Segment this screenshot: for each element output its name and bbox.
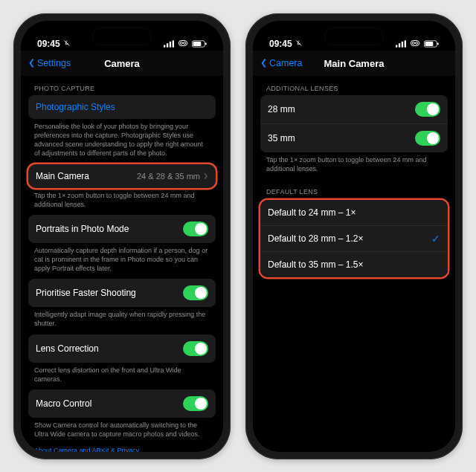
svg-rect-9 — [205, 42, 207, 45]
svg-rect-1 — [167, 43, 168, 47]
svg-rect-2 — [170, 42, 171, 48]
cell-detail: 24 & 28 & 35 mm — [137, 172, 200, 181]
silent-icon — [63, 39, 71, 49]
cell-main-camera[interactable]: Main Camera 24 & 28 & 35 mm — [28, 164, 216, 188]
vpn-icon — [410, 39, 420, 49]
svg-rect-11 — [399, 43, 400, 47]
cell-label: Portraits in Photo Mode — [36, 224, 129, 234]
footer-additional: Tap the 1× zoom button to toggle between… — [260, 152, 448, 179]
nav-bar: Settings Camera — [21, 51, 223, 76]
status-time: 09:45 — [37, 39, 60, 49]
nav-title: Camera — [104, 58, 140, 69]
cell-label: Main Camera — [36, 171, 89, 181]
default-option-28mm[interactable]: Default to 28 mm – 1.2× ✓ — [260, 226, 448, 252]
svg-point-5 — [180, 42, 182, 44]
default-option-24mm[interactable]: Default to 24 mm – 1× ✓ — [260, 200, 448, 226]
svg-rect-8 — [193, 42, 202, 46]
battery-icon — [424, 40, 439, 48]
nav-back-button[interactable]: Settings — [28, 51, 71, 76]
nav-title: Main Camera — [324, 58, 385, 69]
cell-portraits[interactable]: Portraits in Photo Mode — [28, 215, 216, 243]
svg-rect-12 — [402, 42, 403, 48]
content-area: ADDITIONAL LENSES 28 mm 35 mm Tap the 1×… — [253, 76, 455, 452]
nav-bar: Camera Main Camera — [253, 51, 455, 76]
footer-macro: Show Camera control for automatically sw… — [28, 418, 216, 444]
svg-rect-3 — [173, 40, 174, 47]
svg-rect-13 — [405, 40, 406, 47]
cell-label: Default to 28 mm – 1.2× — [268, 233, 363, 244]
battery-icon — [192, 40, 207, 48]
dynamic-island — [93, 28, 151, 45]
about-privacy-link[interactable]: About Camera and ARKit & Privacy… — [28, 444, 216, 452]
cell-label: Default to 24 mm – 1× — [268, 207, 356, 218]
nav-back-button[interactable]: Camera — [260, 51, 302, 76]
svg-rect-18 — [425, 42, 434, 46]
toggle-portraits[interactable] — [183, 222, 208, 236]
cellular-icon — [396, 40, 406, 48]
toggle-prioritise[interactable] — [183, 285, 208, 300]
cell-label: Macro Control — [36, 398, 91, 409]
screen-2: 09:45 Camera Ma — [253, 21, 455, 452]
row-35mm[interactable]: 35 mm — [260, 124, 448, 152]
cell-label: 35 mm — [268, 133, 295, 143]
vpn-icon — [178, 39, 188, 49]
svg-point-16 — [416, 42, 418, 44]
footer-portraits: Automatically capture depth information … — [28, 243, 216, 279]
cell-photographic-styles[interactable]: Photographic Styles — [28, 95, 216, 119]
cell-label: Default to 35 mm – 1.5× — [268, 259, 363, 270]
status-time: 09:45 — [269, 39, 292, 49]
nav-back-label: Settings — [37, 58, 71, 68]
phone-frame-1: 09:45 Settings — [13, 13, 231, 459]
section-label-default: DEFAULT LENS — [260, 179, 448, 198]
svg-rect-19 — [437, 42, 439, 45]
chevron-right-icon — [203, 172, 208, 180]
screen-1: 09:45 Settings — [21, 21, 223, 452]
silent-icon — [295, 39, 303, 49]
cell-lens-correction[interactable]: Lens Correction — [28, 334, 216, 363]
cellular-icon — [164, 40, 174, 48]
toggle-lens-correction[interactable] — [183, 341, 208, 356]
section-label-photo-capture: PHOTO CAPTURE — [28, 76, 216, 95]
row-28mm[interactable]: 28 mm — [260, 95, 448, 124]
cell-label: 28 mm — [268, 104, 295, 114]
default-lens-group: Default to 24 mm – 1× ✓ Default to 28 mm… — [260, 200, 448, 277]
cell-macro[interactable]: Macro Control — [28, 389, 216, 418]
svg-rect-0 — [164, 45, 165, 48]
toggle-macro[interactable] — [183, 396, 208, 411]
checkmark-icon: ✓ — [431, 233, 440, 245]
cell-label: Prioritise Faster Shooting — [36, 288, 136, 298]
section-label-additional: ADDITIONAL LENSES — [260, 76, 448, 95]
footer-main-camera: Tap the 1× zoom button to toggle between… — [28, 188, 216, 215]
cell-label: Photographic Styles — [36, 102, 115, 112]
phone-frame-2: 09:45 Camera Ma — [245, 13, 463, 459]
svg-point-6 — [184, 42, 186, 44]
svg-rect-10 — [396, 45, 397, 48]
footer-lens-correction: Correct lens distortion on the front and… — [28, 363, 216, 389]
footer-photographic-styles: Personalise the look of your photos by b… — [28, 119, 216, 164]
cell-prioritise[interactable]: Prioritise Faster Shooting — [28, 279, 216, 307]
nav-back-label: Camera — [269, 58, 302, 68]
dynamic-island — [325, 28, 383, 45]
toggle-28mm[interactable] — [415, 102, 440, 117]
svg-point-15 — [412, 42, 414, 44]
default-option-35mm[interactable]: Default to 35 mm – 1.5× ✓ — [260, 252, 448, 277]
footer-prioritise: Intelligently adapt image quality when r… — [28, 307, 216, 334]
content-area: PHOTO CAPTURE Photographic Styles Person… — [21, 76, 223, 452]
cell-label: Lens Correction — [36, 343, 99, 354]
additional-lenses-group: 28 mm 35 mm — [260, 95, 448, 152]
toggle-35mm[interactable] — [415, 131, 440, 146]
